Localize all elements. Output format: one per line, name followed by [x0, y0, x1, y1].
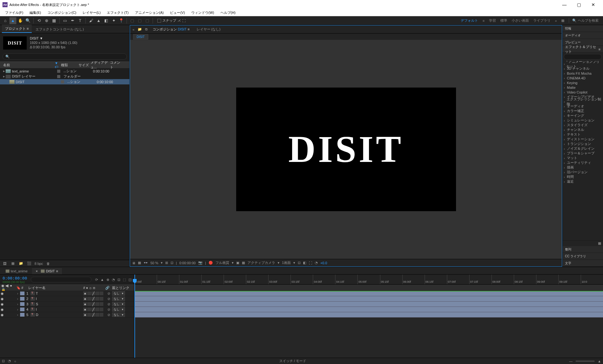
vf-res-icon[interactable]: ⊞	[165, 261, 168, 265]
vf-quality[interactable]: フル画質	[215, 260, 229, 265]
tl-graph-icon[interactable]: ◫	[128, 278, 132, 282]
comp-nav-back[interactable]: «	[133, 28, 134, 31]
timeline-layer-row[interactable]: ◉›3S♠╱⊘なし ▾	[0, 302, 134, 307]
selection-tool[interactable]: ▲	[9, 17, 16, 24]
snap-icon[interactable]: ⋌	[177, 19, 181, 23]
pan-behind-tool[interactable]: ▦	[51, 17, 57, 24]
effects-category[interactable]: ›チャンネル	[562, 127, 603, 132]
vf-alpha-icon[interactable]: ▦	[138, 261, 141, 265]
effects-tree[interactable]: ›* アニメーションプリセット›3D チャンネル›Boris FX Mocha›…	[562, 61, 603, 240]
bpc-label[interactable]: 8 bpc	[35, 262, 43, 265]
brush-tool[interactable]: 🖌	[88, 17, 95, 24]
vf-exposure[interactable]: +0.0	[320, 261, 327, 265]
canvas[interactable]: DISIT	[236, 88, 456, 211]
interpret-footage-icon[interactable]: 🖼	[2, 261, 8, 266]
project-item[interactable]: DISIT...ション0:00:10:00	[0, 79, 129, 84]
track-bar[interactable]	[134, 291, 603, 296]
menu-layer[interactable]: レイヤー(L)	[79, 9, 104, 16]
tl-toggle-3[interactable]: ⟐	[14, 359, 16, 363]
effects-category[interactable]: ›キーイング	[562, 113, 603, 118]
panel-info[interactable]: 情報	[562, 25, 603, 32]
maximize-button[interactable]: ▢	[572, 0, 586, 9]
effects-category[interactable]: ›Matte	[562, 85, 603, 90]
workspace-standard[interactable]: 標準	[500, 18, 507, 23]
camera-tool[interactable]: ⊕	[43, 17, 50, 24]
track-bar[interactable]	[134, 312, 603, 318]
tl-icon-6[interactable]: ⬚	[123, 278, 126, 282]
new-folder-icon[interactable]: 📁	[18, 261, 24, 266]
tl-toggle-1[interactable]: ⊡	[2, 359, 5, 363]
vf-icon-c[interactable]: ⛶	[309, 261, 312, 265]
effects-category[interactable]: ›Boris FX Mocha	[562, 71, 603, 76]
effects-category[interactable]: ›旧バージョン	[562, 170, 603, 174]
effects-search[interactable]	[564, 54, 602, 60]
rect-tool[interactable]: ▭	[62, 17, 68, 24]
menu-animation[interactable]: アニメーション(A)	[132, 9, 167, 16]
panel-align[interactable]: 整列	[562, 246, 603, 253]
tl-zoom-out[interactable]: —	[569, 359, 573, 363]
effects-category[interactable]: ›* アニメーションプリセット	[562, 62, 603, 66]
new-bin-icon[interactable]: ▦	[598, 241, 601, 245]
vf-roi-icon[interactable]: ▣	[236, 261, 239, 265]
project-list[interactable]: ▸text_anime...ション0:00:10:00▸DISIT レイヤーフォ…	[0, 68, 129, 260]
effects-category[interactable]: ›シミュレーション	[562, 118, 603, 123]
vf-snapshot-icon[interactable]: 📷	[198, 261, 203, 265]
snap-checkbox[interactable]	[157, 19, 161, 23]
tl-switch-mode[interactable]: スイッチ / モード	[279, 359, 306, 363]
effects-category[interactable]: ›CINEMA 4D	[562, 76, 603, 80]
menu-effect[interactable]: エフェクト(T)	[104, 9, 132, 16]
vf-display-icon[interactable]: 🖥	[132, 261, 135, 265]
track-bar[interactable]	[134, 307, 603, 312]
timeline-ruler[interactable]: x:00f00:15f01:00f01:15f02:00f02:15f03:00…	[134, 275, 603, 285]
effects-category[interactable]: ›Keying	[562, 80, 603, 85]
menu-window[interactable]: ウィンドウ(W)	[188, 9, 217, 16]
project-item[interactable]: ▸DISIT レイヤーフォルダー	[0, 74, 129, 79]
minimize-button[interactable]: —	[557, 0, 572, 9]
snap-options-icon[interactable]: ⛶	[182, 19, 186, 23]
vf-icon-d[interactable]: ◔	[315, 261, 318, 265]
vf-mask-icon[interactable]: 👓	[144, 261, 148, 265]
vf-icon-a[interactable]: ⊡	[298, 261, 301, 265]
effects-category[interactable]: ›エクスプレッション制御	[562, 99, 603, 104]
composition-viewer[interactable]: DISIT	[130, 40, 562, 259]
vf-magnification[interactable]: 50 %	[150, 261, 158, 265]
hand-tool[interactable]: ✋	[17, 17, 24, 24]
panel-effects-presets[interactable]: エフェクト＆プリセット≡	[562, 46, 603, 53]
panel-audio[interactable]: オーディオ	[562, 32, 603, 39]
vf-time[interactable]: 0:00:00:00	[179, 261, 196, 265]
timeline-layer-row[interactable]: ◉›2I♠╱⊘なし ▾	[0, 296, 134, 302]
effects-category[interactable]: ›ディストーション	[562, 137, 603, 142]
clone-tool[interactable]: ▲	[95, 17, 102, 24]
comp-thumbnail[interactable]: DISIT	[3, 36, 27, 50]
vf-views[interactable]: 1画面	[282, 260, 291, 265]
type-tool[interactable]: T	[77, 17, 84, 24]
comp-flow-icon[interactable]: ⧉	[145, 27, 148, 31]
effects-category[interactable]: ›トランジション	[562, 142, 603, 146]
tl-zoom-in[interactable]: ▲	[598, 359, 601, 363]
effects-category[interactable]: ›Video Copilot	[562, 90, 603, 94]
tl-icon-4[interactable]: ◔	[112, 278, 115, 282]
playhead[interactable]	[134, 275, 135, 358]
effects-category[interactable]: ›描画	[562, 165, 603, 170]
project-item[interactable]: ▸text_anime...ション0:00:10:00	[0, 68, 129, 74]
tl-toggle-2[interactable]: ◔	[8, 359, 11, 363]
tab-layer-viewer[interactable]: レイヤー (なし)	[195, 26, 222, 33]
effects-category[interactable]: ›スタイライズ	[562, 123, 603, 127]
tab-project[interactable]: プロジェクト ≡	[2, 25, 32, 33]
breadcrumb-comp[interactable]: DISIT	[133, 34, 148, 40]
tl-zoom-slider[interactable]	[576, 361, 595, 362]
timeline-layer-row[interactable]: ◉›1T♠╱⊘なし ▾	[0, 291, 134, 296]
menu-help[interactable]: ヘルプ(H)	[217, 9, 239, 16]
effects-category[interactable]: ›ユーティリティ	[562, 160, 603, 165]
track-bar[interactable]	[134, 296, 603, 302]
project-search[interactable]: 🔍	[3, 53, 127, 60]
vf-transparency-icon[interactable]: ▦	[242, 261, 245, 265]
timeline-tab-text-anime[interactable]: text_anime	[2, 268, 31, 274]
timeline-layer-list[interactable]: ◉›1T♠╱⊘なし ▾◉›2I♠╱⊘なし ▾◉›3S♠╱⊘なし ▾◉›4I♠╱⊘…	[0, 291, 134, 358]
eraser-tool[interactable]: ◧	[103, 17, 110, 24]
trash-icon[interactable]: 🗑	[46, 261, 51, 266]
vf-icon-b[interactable]: ◧	[303, 261, 306, 265]
menu-edit[interactable]: 編集(E)	[26, 9, 44, 16]
help-search[interactable]: ヘルプを検索	[578, 18, 599, 23]
effects-category[interactable]: ›ブラー＆シャープ	[562, 151, 603, 156]
